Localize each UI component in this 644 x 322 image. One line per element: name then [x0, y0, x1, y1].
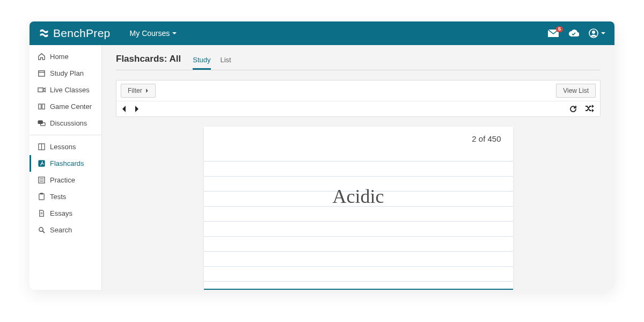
sidebar-item-live-classes[interactable]: Live Classes [30, 82, 101, 98]
sidebar-item-label: Flashcards [50, 159, 84, 167]
sidebar-item-search[interactable]: Search [30, 222, 101, 238]
sidebar-item-label: Discussions [50, 119, 87, 127]
card-area: 2 of 450 Acidic [116, 117, 601, 290]
card-term: Acidic [204, 185, 513, 208]
brand-text: BenchPrep [53, 27, 111, 40]
top-header: BenchPrep My Courses 5 [30, 21, 614, 45]
view-list-button[interactable]: View List [556, 84, 596, 98]
game-icon [38, 103, 46, 111]
sidebar-item-label: Home [50, 53, 69, 61]
video-icon [38, 86, 46, 94]
sidebar-item-lessons[interactable]: Lessons [30, 138, 101, 155]
chevron-right-icon [145, 89, 149, 93]
sidebar: Home Study Plan Live Classes Game Center… [30, 45, 102, 290]
filter-button[interactable]: Filter [121, 84, 156, 98]
sidebar-item-tests[interactable]: Tests [30, 188, 101, 205]
body: Home Study Plan Live Classes Game Center… [30, 45, 614, 290]
sidebar-item-label: Game Center [50, 103, 92, 111]
chevron-down-icon [172, 31, 177, 36]
svg-rect-17 [41, 193, 43, 194]
svg-rect-5 [39, 104, 41, 109]
card-counter: 2 of 450 [204, 127, 513, 147]
filter-label: Filter [128, 87, 142, 94]
search-icon [38, 226, 46, 234]
svg-rect-16 [39, 194, 44, 200]
sidebar-divider [30, 135, 101, 135]
discussions-icon [38, 119, 46, 127]
sidebar-item-practice[interactable]: Practice [30, 172, 101, 188]
sidebar-item-label: Practice [50, 176, 75, 184]
tab-study[interactable]: Study [193, 56, 210, 70]
clipboard-icon [38, 193, 46, 201]
sidebar-item-flashcards[interactable]: Flashcards [30, 155, 101, 172]
sidebar-item-label: Essays [50, 209, 72, 217]
sidebar-item-essays[interactable]: Essays [30, 205, 101, 222]
tab-list[interactable]: List [221, 56, 231, 70]
app-window: BenchPrep My Courses 5 [30, 21, 614, 290]
header-actions: 5 [548, 28, 606, 38]
my-courses-menu[interactable]: My Courses [130, 29, 178, 38]
shuffle-button[interactable] [585, 105, 595, 113]
prev-card-button[interactable] [122, 106, 126, 112]
sidebar-item-game-center[interactable]: Game Center [30, 98, 101, 115]
title-row: Flashcards: All Study List [116, 54, 601, 70]
svg-point-1 [592, 31, 595, 34]
flashcards-icon [38, 159, 46, 167]
my-courses-label: My Courses [130, 29, 170, 38]
page-title: Flashcards: All [116, 54, 181, 70]
svg-rect-2 [39, 71, 45, 76]
main-content: Flashcards: All Study List Filter View L… [102, 45, 614, 290]
flashcard-toolbar: Filter View List [116, 80, 601, 117]
mail-button[interactable]: 5 [548, 30, 559, 37]
calendar-icon [38, 69, 46, 77]
list-icon [38, 176, 46, 184]
svg-line-21 [42, 231, 45, 233]
home-icon [38, 53, 46, 61]
next-card-button[interactable] [135, 106, 139, 112]
sidebar-item-discussions[interactable]: Discussions [30, 115, 101, 131]
view-tabs: Study List [193, 56, 231, 70]
sidebar-item-label: Tests [50, 193, 66, 201]
account-menu[interactable] [589, 28, 606, 38]
cloud-status-icon[interactable] [568, 29, 579, 38]
flashcard[interactable]: 2 of 450 Acidic [204, 127, 513, 290]
sidebar-item-home[interactable]: Home [30, 48, 101, 65]
chevron-down-icon [601, 31, 606, 36]
svg-point-20 [39, 228, 43, 232]
sidebar-item-label: Live Classes [50, 86, 90, 94]
sidebar-item-label: Lessons [50, 143, 76, 151]
svg-rect-4 [38, 88, 43, 92]
brand-logo[interactable]: BenchPrep [38, 27, 111, 40]
brand-mark-icon [38, 27, 50, 39]
sidebar-item-label: Study Plan [50, 69, 84, 77]
card-lines: Acidic [204, 147, 513, 289]
reload-button[interactable] [569, 105, 577, 113]
mail-badge: 5 [556, 26, 563, 32]
book-icon [38, 143, 46, 151]
sidebar-item-label: Search [50, 226, 72, 234]
svg-rect-6 [42, 104, 45, 109]
document-icon [38, 209, 46, 217]
sidebar-item-study-plan[interactable]: Study Plan [30, 65, 101, 82]
